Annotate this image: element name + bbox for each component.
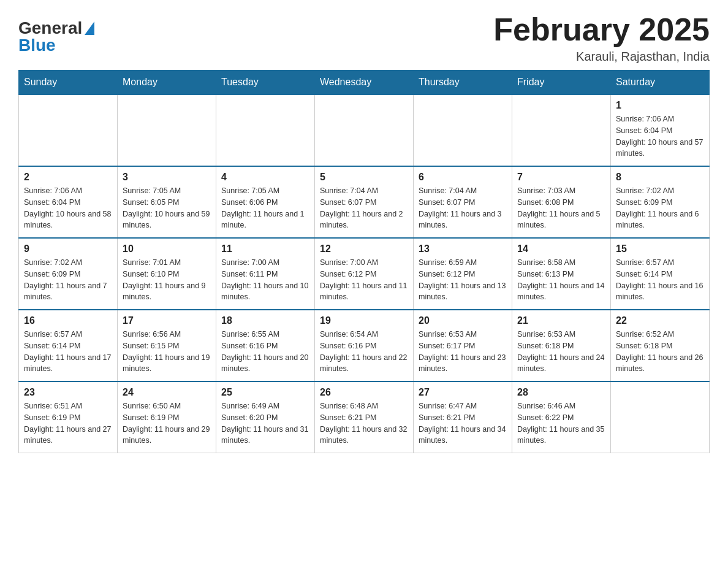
day-number: 18 bbox=[221, 315, 309, 326]
calendar-day-header: Friday bbox=[512, 71, 611, 95]
day-number: 6 bbox=[419, 172, 507, 183]
day-info: Sunrise: 6:57 AMSunset: 6:14 PMDaylight:… bbox=[24, 329, 112, 375]
day-info: Sunrise: 7:05 AMSunset: 6:05 PMDaylight:… bbox=[123, 185, 211, 231]
calendar-day-cell: 24Sunrise: 6:50 AMSunset: 6:19 PMDayligh… bbox=[118, 381, 216, 453]
calendar-day-cell: 16Sunrise: 6:57 AMSunset: 6:14 PMDayligh… bbox=[19, 310, 118, 381]
calendar-day-cell: 5Sunrise: 7:04 AMSunset: 6:07 PMDaylight… bbox=[315, 166, 414, 238]
calendar-day-cell: 13Sunrise: 6:59 AMSunset: 6:12 PMDayligh… bbox=[414, 238, 512, 310]
day-info: Sunrise: 6:47 AMSunset: 6:21 PMDaylight:… bbox=[419, 400, 507, 446]
day-number: 27 bbox=[419, 387, 507, 398]
day-info: Sunrise: 6:52 AMSunset: 6:18 PMDaylight:… bbox=[616, 329, 704, 375]
calendar-day-cell: 12Sunrise: 7:00 AMSunset: 6:12 PMDayligh… bbox=[315, 238, 414, 310]
calendar-day-cell: 1Sunrise: 7:06 AMSunset: 6:04 PMDaylight… bbox=[611, 94, 710, 166]
day-number: 25 bbox=[221, 387, 309, 398]
day-number: 5 bbox=[320, 172, 408, 183]
day-info: Sunrise: 7:00 AMSunset: 6:11 PMDaylight:… bbox=[221, 257, 309, 303]
day-number: 12 bbox=[320, 243, 408, 255]
calendar-day-cell: 22Sunrise: 6:52 AMSunset: 6:18 PMDayligh… bbox=[611, 310, 710, 381]
calendar-week-row: 16Sunrise: 6:57 AMSunset: 6:14 PMDayligh… bbox=[19, 310, 710, 381]
calendar-day-cell: 10Sunrise: 7:01 AMSunset: 6:10 PMDayligh… bbox=[118, 238, 216, 310]
day-number: 9 bbox=[24, 243, 112, 255]
calendar-day-cell bbox=[118, 94, 216, 166]
calendar-day-cell: 2Sunrise: 7:06 AMSunset: 6:04 PMDaylight… bbox=[19, 166, 118, 238]
calendar-day-cell: 28Sunrise: 6:46 AMSunset: 6:22 PMDayligh… bbox=[512, 381, 611, 453]
calendar-day-header: Thursday bbox=[414, 71, 512, 95]
day-number: 14 bbox=[517, 243, 605, 255]
calendar-day-cell: 19Sunrise: 6:54 AMSunset: 6:16 PMDayligh… bbox=[315, 310, 414, 381]
logo: General Blue bbox=[18, 18, 94, 55]
calendar-day-cell: 18Sunrise: 6:55 AMSunset: 6:16 PMDayligh… bbox=[216, 310, 315, 381]
calendar-day-cell: 20Sunrise: 6:53 AMSunset: 6:17 PMDayligh… bbox=[414, 310, 512, 381]
calendar-day-cell bbox=[611, 381, 710, 453]
calendar-week-row: 9Sunrise: 7:02 AMSunset: 6:09 PMDaylight… bbox=[19, 238, 710, 310]
day-info: Sunrise: 7:03 AMSunset: 6:08 PMDaylight:… bbox=[517, 185, 605, 231]
calendar-day-header: Monday bbox=[118, 71, 216, 95]
day-number: 15 bbox=[616, 243, 704, 255]
day-info: Sunrise: 7:02 AMSunset: 6:09 PMDaylight:… bbox=[616, 185, 704, 231]
calendar-day-cell bbox=[315, 94, 414, 166]
day-info: Sunrise: 7:04 AMSunset: 6:07 PMDaylight:… bbox=[419, 185, 507, 231]
calendar-week-row: 23Sunrise: 6:51 AMSunset: 6:19 PMDayligh… bbox=[19, 381, 710, 453]
calendar-day-header: Tuesday bbox=[216, 71, 315, 95]
day-info: Sunrise: 6:56 AMSunset: 6:15 PMDaylight:… bbox=[123, 329, 211, 375]
calendar-day-cell: 6Sunrise: 7:04 AMSunset: 6:07 PMDaylight… bbox=[414, 166, 512, 238]
day-info: Sunrise: 6:59 AMSunset: 6:12 PMDaylight:… bbox=[419, 257, 507, 303]
day-info: Sunrise: 6:55 AMSunset: 6:16 PMDaylight:… bbox=[221, 329, 309, 375]
day-info: Sunrise: 6:54 AMSunset: 6:16 PMDaylight:… bbox=[320, 329, 408, 375]
day-number: 3 bbox=[123, 172, 211, 183]
day-number: 8 bbox=[616, 172, 704, 183]
day-number: 28 bbox=[517, 387, 605, 398]
day-number: 19 bbox=[320, 315, 408, 326]
day-info: Sunrise: 6:53 AMSunset: 6:18 PMDaylight:… bbox=[517, 329, 605, 375]
title-section: February 2025 Karauli, Rajasthan, India bbox=[493, 12, 710, 64]
day-number: 10 bbox=[123, 243, 211, 255]
logo-blue-text: Blue bbox=[18, 36, 56, 55]
calendar-day-cell: 14Sunrise: 6:58 AMSunset: 6:13 PMDayligh… bbox=[512, 238, 611, 310]
calendar-day-header: Saturday bbox=[611, 71, 710, 95]
day-number: 13 bbox=[419, 243, 507, 255]
month-title: February 2025 bbox=[493, 12, 710, 47]
day-number: 11 bbox=[221, 243, 309, 255]
calendar-day-cell: 15Sunrise: 6:57 AMSunset: 6:14 PMDayligh… bbox=[611, 238, 710, 310]
day-number: 23 bbox=[24, 387, 112, 398]
calendar-day-cell: 21Sunrise: 6:53 AMSunset: 6:18 PMDayligh… bbox=[512, 310, 611, 381]
day-info: Sunrise: 6:49 AMSunset: 6:20 PMDaylight:… bbox=[221, 400, 309, 446]
day-number: 16 bbox=[24, 315, 112, 326]
day-number: 2 bbox=[24, 172, 112, 183]
logo-triangle-icon bbox=[85, 21, 94, 35]
calendar-day-cell bbox=[512, 94, 611, 166]
location-subtitle: Karauli, Rajasthan, India bbox=[493, 50, 710, 64]
page-header: General Blue February 2025 Karauli, Raja… bbox=[18, 12, 710, 64]
day-info: Sunrise: 6:46 AMSunset: 6:22 PMDaylight:… bbox=[517, 400, 605, 446]
day-number: 24 bbox=[123, 387, 211, 398]
calendar-day-cell: 25Sunrise: 6:49 AMSunset: 6:20 PMDayligh… bbox=[216, 381, 315, 453]
day-info: Sunrise: 7:02 AMSunset: 6:09 PMDaylight:… bbox=[24, 257, 112, 303]
calendar-day-header: Sunday bbox=[19, 71, 118, 95]
day-info: Sunrise: 6:50 AMSunset: 6:19 PMDaylight:… bbox=[123, 400, 211, 446]
calendar-day-cell: 26Sunrise: 6:48 AMSunset: 6:21 PMDayligh… bbox=[315, 381, 414, 453]
day-info: Sunrise: 6:48 AMSunset: 6:21 PMDaylight:… bbox=[320, 400, 408, 446]
day-number: 4 bbox=[221, 172, 309, 183]
day-info: Sunrise: 6:53 AMSunset: 6:17 PMDaylight:… bbox=[419, 329, 507, 375]
day-number: 7 bbox=[517, 172, 605, 183]
calendar-day-cell: 11Sunrise: 7:00 AMSunset: 6:11 PMDayligh… bbox=[216, 238, 315, 310]
day-info: Sunrise: 7:00 AMSunset: 6:12 PMDaylight:… bbox=[320, 257, 408, 303]
day-number: 17 bbox=[123, 315, 211, 326]
calendar-day-cell bbox=[19, 94, 118, 166]
calendar-day-cell: 9Sunrise: 7:02 AMSunset: 6:09 PMDaylight… bbox=[19, 238, 118, 310]
calendar-day-cell: 4Sunrise: 7:05 AMSunset: 6:06 PMDaylight… bbox=[216, 166, 315, 238]
calendar-day-cell: 23Sunrise: 6:51 AMSunset: 6:19 PMDayligh… bbox=[19, 381, 118, 453]
calendar-day-header: Wednesday bbox=[315, 71, 414, 95]
day-number: 20 bbox=[419, 315, 507, 326]
day-info: Sunrise: 7:06 AMSunset: 6:04 PMDaylight:… bbox=[24, 185, 112, 231]
day-info: Sunrise: 7:01 AMSunset: 6:10 PMDaylight:… bbox=[123, 257, 211, 303]
day-info: Sunrise: 7:06 AMSunset: 6:04 PMDaylight:… bbox=[616, 113, 704, 159]
calendar-table: SundayMondayTuesdayWednesdayThursdayFrid… bbox=[18, 70, 710, 453]
calendar-day-cell: 3Sunrise: 7:05 AMSunset: 6:05 PMDaylight… bbox=[118, 166, 216, 238]
calendar-day-cell: 7Sunrise: 7:03 AMSunset: 6:08 PMDaylight… bbox=[512, 166, 611, 238]
calendar-week-row: 2Sunrise: 7:06 AMSunset: 6:04 PMDaylight… bbox=[19, 166, 710, 238]
day-info: Sunrise: 6:57 AMSunset: 6:14 PMDaylight:… bbox=[616, 257, 704, 303]
calendar-day-cell: 8Sunrise: 7:02 AMSunset: 6:09 PMDaylight… bbox=[611, 166, 710, 238]
calendar-header-row: SundayMondayTuesdayWednesdayThursdayFrid… bbox=[19, 71, 710, 95]
day-info: Sunrise: 7:04 AMSunset: 6:07 PMDaylight:… bbox=[320, 185, 408, 231]
